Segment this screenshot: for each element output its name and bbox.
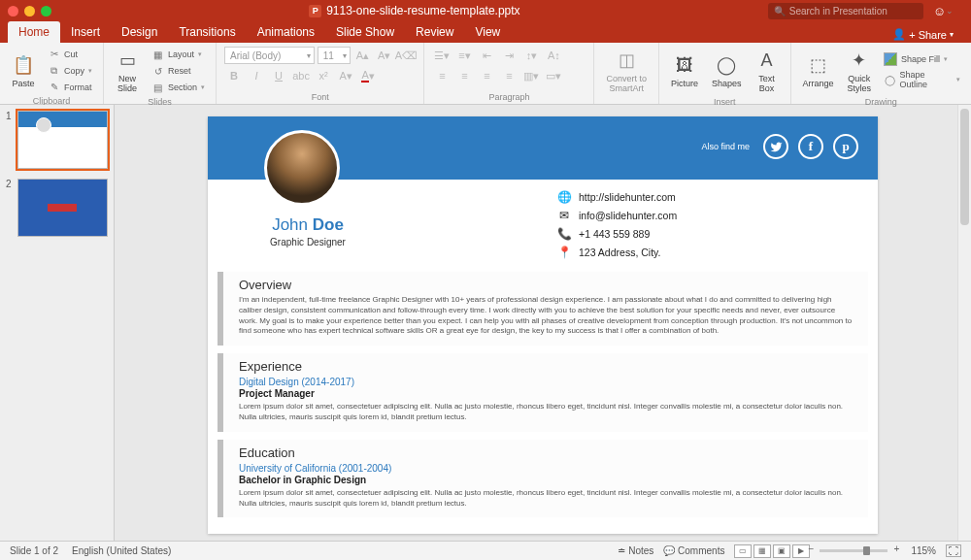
tab-home[interactable]: Home [8, 21, 60, 43]
font-size-select[interactable]: 11 [318, 47, 351, 64]
layout-icon: ▦ [151, 49, 164, 61]
search-icon: 🔍 [774, 6, 786, 16]
feedback-button[interactable]: ☺ [933, 4, 946, 18]
copy-button[interactable]: ⧉Copy ▾ [45, 63, 95, 78]
paragraph-group: ☰▾ ≡▾ ⇤ ⇥ ↕▾ A↕ ≡ ≡ ≡ ≡ ▥▾ ▭▾ Paragraph [424, 43, 594, 104]
convert-smartart-button[interactable]: ◫ Convert to SmartArt [602, 47, 651, 95]
status-bar: Slide 1 of 2 English (United States) ≐ N… [0, 541, 971, 560]
zoom-level[interactable]: 115% [911, 545, 936, 556]
tab-insert[interactable]: Insert [60, 21, 111, 43]
new-slide-button[interactable]: ▭ New Slide [112, 47, 143, 95]
thumb-number: 2 [6, 179, 14, 237]
overview-body: I'm an independent, full-time freelance … [239, 295, 853, 337]
tab-animations[interactable]: Animations [247, 21, 325, 43]
slide-canvas[interactable]: Also find me f p John Doe Graphic Design… [115, 105, 971, 541]
drawing-group: ⬚Arrange ✦Quick Styles Shape Fill ▾ ◯Sha… [791, 43, 971, 104]
picture-button[interactable]: 🖼Picture [667, 47, 702, 95]
facebook-icon[interactable]: f [798, 134, 823, 159]
font-group: Arial (Body) 11 A▴ A▾ A⌫ B I U abc x² A▾… [217, 43, 424, 104]
format-painter-button[interactable]: ✎Format [45, 80, 95, 94]
bullets-button[interactable]: ☰▾ [432, 47, 452, 64]
powerpoint-icon: P [309, 5, 321, 17]
insert-group: 🖼Picture ◯Shapes AText Box Insert [659, 43, 791, 104]
zoom-slider[interactable] [820, 549, 887, 552]
italic-button[interactable]: I [247, 67, 266, 84]
slide: Also find me f p John Doe Graphic Design… [208, 116, 878, 534]
vertical-scrollbar[interactable] [957, 105, 971, 541]
quick-styles-button[interactable]: ✦Quick Styles [844, 47, 876, 95]
experience-section: Experience Digital Design (2014-2017) Pr… [218, 353, 868, 432]
paste-button[interactable]: 📋 Paste [8, 47, 39, 94]
align-right-button[interactable]: ≡ [477, 67, 496, 84]
highlight-button[interactable]: A▾ [336, 67, 355, 84]
numbering-button[interactable]: ≡▾ [454, 47, 474, 64]
thumbnail-2[interactable]: 2 [6, 179, 108, 237]
text-direction-button[interactable]: A↕ [544, 47, 563, 64]
align-text-button[interactable]: ▭▾ [544, 67, 563, 84]
search-input[interactable]: 🔍 Search in Presentation [768, 3, 923, 19]
new-slide-icon: ▭ [116, 49, 139, 72]
shapes-button[interactable]: ◯Shapes [708, 47, 746, 95]
main-area: 1 2 Also find me f p John [0, 105, 971, 541]
close-window-button[interactable] [8, 6, 18, 16]
reading-view-button[interactable]: ▣ [773, 544, 790, 558]
name-block: John Doe Graphic Designer [245, 215, 371, 247]
align-center-button[interactable]: ≡ [454, 67, 474, 84]
strike-button[interactable]: abc [291, 67, 311, 84]
bold-button[interactable]: B [224, 67, 244, 84]
arrange-button[interactable]: ⬚Arrange [799, 47, 838, 95]
shape-fill-button[interactable]: Shape Fill ▾ [881, 51, 963, 67]
section-icon: ▤ [151, 82, 164, 94]
line-spacing-button[interactable]: ↕▾ [521, 47, 541, 64]
search-placeholder: Search in Presentation [789, 6, 887, 16]
pinterest-icon[interactable]: p [833, 134, 858, 159]
tab-review[interactable]: Review [405, 21, 464, 43]
clear-format-button[interactable]: A⌫ [396, 47, 416, 64]
smartart-group: ◫ Convert to SmartArt [594, 43, 659, 104]
textbox-button[interactable]: AText Box [752, 47, 783, 95]
document-title: P 9113-one-slide-resume-template.pptx [61, 4, 768, 17]
comments-button[interactable]: 💬 Comments [663, 545, 724, 556]
align-left-button[interactable]: ≡ [432, 67, 452, 84]
language-indicator[interactable]: English (United States) [72, 545, 171, 556]
person-name: John Doe [245, 215, 371, 235]
minimize-window-button[interactable] [24, 6, 35, 16]
contact-address: 📍123 Address, City. [557, 246, 677, 259]
decrease-font-button[interactable]: A▾ [375, 47, 393, 64]
justify-button[interactable]: ≡ [499, 67, 519, 84]
tab-view[interactable]: View [464, 21, 511, 43]
tab-design[interactable]: Design [111, 21, 168, 43]
chevron-down-icon[interactable]: ⌄ [946, 6, 954, 16]
notes-button[interactable]: ≐ Notes [618, 545, 653, 556]
font-name-select[interactable]: Arial (Body) [224, 47, 315, 64]
layout-button[interactable]: ▦Layout ▾ [149, 48, 208, 62]
underline-button[interactable]: U [269, 67, 288, 84]
share-button[interactable]: 👤 + Share ▾ [885, 26, 961, 43]
slide-thumbnails: 1 2 [0, 105, 115, 541]
cut-button[interactable]: ✂Cut [45, 47, 95, 61]
twitter-icon[interactable] [763, 134, 788, 159]
normal-view-button[interactable]: ▭ [734, 544, 752, 558]
fit-to-window-button[interactable]: ⛶ [946, 544, 961, 557]
thumbnail-1[interactable]: 1 [6, 111, 108, 169]
tab-transitions[interactable]: Transitions [168, 21, 246, 43]
education-sub1: University of California (2001-2004) [239, 463, 853, 474]
shape-outline-button[interactable]: ◯Shape Outline ▾ [881, 69, 963, 90]
indent-button[interactable]: ⇥ [499, 47, 519, 64]
share-label: + Share [909, 29, 947, 41]
columns-button[interactable]: ▥▾ [521, 67, 541, 84]
sorter-view-button[interactable]: ▦ [753, 544, 771, 558]
education-section: Education University of California (2001… [218, 440, 868, 518]
quick-styles-icon: ✦ [848, 49, 871, 72]
maximize-window-button[interactable] [41, 6, 51, 16]
increase-font-button[interactable]: A▴ [353, 47, 372, 64]
social-links: Also find me f p [701, 134, 858, 159]
zoom-thumb[interactable] [863, 546, 870, 555]
paste-label: Paste [12, 79, 34, 88]
section-button[interactable]: ▤Section ▾ [149, 81, 208, 95]
outdent-button[interactable]: ⇤ [477, 47, 496, 64]
font-color-button[interactable]: A▾ [358, 67, 378, 84]
reset-button[interactable]: ↺Reset [149, 64, 208, 79]
tab-slideshow[interactable]: Slide Show [325, 21, 405, 43]
superscript-button[interactable]: x² [314, 67, 333, 84]
